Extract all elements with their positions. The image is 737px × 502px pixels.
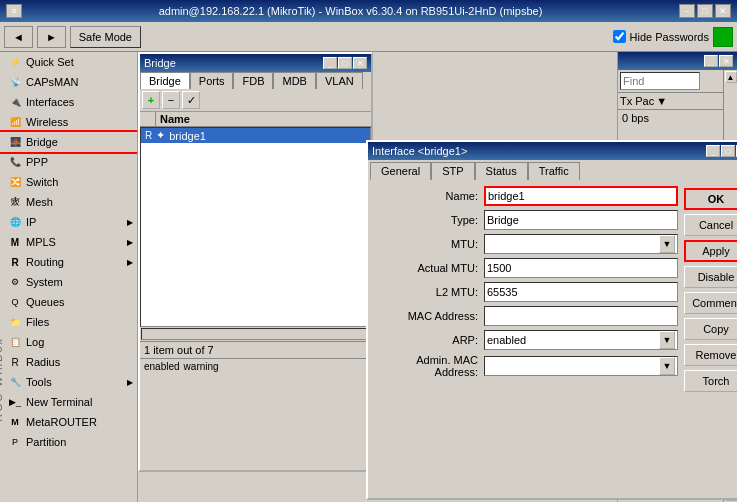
sidebar-item-routing[interactable]: R Routing ▶ [0, 252, 137, 272]
sidebar-item-mesh[interactable]: 🕸 Mesh [0, 192, 137, 212]
bridge-tab-vlan[interactable]: VLAN [316, 72, 363, 89]
connection-status-icon [713, 27, 733, 47]
sidebar-item-system[interactable]: ⚙ System [0, 272, 137, 292]
safe-mode-button[interactable]: Safe Mode [70, 26, 141, 48]
sidebar-item-new-terminal[interactable]: ▶_ New Terminal [0, 392, 137, 412]
bridge-maximize-button[interactable]: □ [338, 57, 352, 69]
admin-mac-dropdown-arrow[interactable]: ▼ [659, 357, 675, 375]
comment-button[interactable]: Comment [684, 292, 737, 314]
bridge-tab-bridge[interactable]: Bridge [140, 72, 190, 89]
bridge-tab-mdb[interactable]: MDB [273, 72, 315, 89]
dialog-tab-stp[interactable]: STP [431, 162, 474, 180]
apply-button[interactable]: Apply [684, 240, 737, 262]
sidebar-item-wireless[interactable]: 📶 Wireless [0, 112, 137, 132]
sidebar-item-interfaces[interactable]: 🔌 Interfaces [0, 92, 137, 112]
bridge-list-row[interactable]: R ✦ bridge1 [141, 128, 370, 143]
metarouter-icon: M [8, 415, 22, 429]
bridge-hscrollbar[interactable] [141, 328, 370, 340]
dialog-tab-traffic[interactable]: Traffic [528, 162, 580, 180]
bridge-icon: 🌉 [8, 135, 22, 149]
dialog-title: Interface <bridge1> _ □ ✕ [368, 142, 737, 160]
menu-icon[interactable]: ≡ [6, 4, 22, 18]
close-button[interactable]: ✕ [715, 4, 731, 18]
scroll-up-button[interactable]: ▲ [725, 71, 737, 83]
bridge-check-button[interactable]: ✓ [182, 91, 200, 109]
dialog-tabs: General STP Status Traffic [368, 160, 737, 180]
sidebar-item-quick-set[interactable]: ⚡ Quick Set [0, 52, 137, 72]
row-flag: R [145, 130, 152, 141]
mtu-dropdown[interactable]: ▼ [484, 234, 678, 254]
sidebar-item-tools[interactable]: 🔧 Tools ▶ [0, 372, 137, 392]
bridge-name-column: Name [156, 112, 194, 126]
mesh-icon: 🕸 [8, 195, 22, 209]
back-button[interactable]: ◄ [4, 26, 33, 48]
dialog-maximize-button[interactable]: □ [721, 145, 735, 157]
dialog-minimize-button[interactable]: _ [706, 145, 720, 157]
sidebar-item-ip[interactable]: 🌐 IP ▶ [0, 212, 137, 232]
bridge-close-button[interactable]: ✕ [353, 57, 367, 69]
dialog-buttons: OK Cancel Apply Disable Comment Copy Rem… [684, 186, 737, 392]
sidebar-item-queues[interactable]: Q Queues [0, 292, 137, 312]
name-label: Name: [374, 190, 484, 202]
sidebar-item-log[interactable]: 📋 Log [0, 332, 137, 352]
type-row: Type: [374, 210, 678, 230]
sidebar-item-ppp[interactable]: 📞 PPP [0, 152, 137, 172]
dialog-tab-general[interactable]: General [370, 162, 431, 180]
dialog-tab-status[interactable]: Status [475, 162, 528, 180]
remove-button[interactable]: Remove [684, 344, 737, 366]
hide-passwords-checkbox[interactable] [613, 30, 626, 43]
arp-dropdown[interactable]: enabled ▼ [484, 330, 678, 350]
switch-icon: 🔀 [8, 175, 22, 189]
find-input[interactable] [620, 72, 700, 90]
torch-button[interactable]: Torch [684, 370, 737, 392]
cancel-button[interactable]: Cancel [684, 214, 737, 236]
sidebar-item-mpls[interactable]: M MPLS ▶ [0, 232, 137, 252]
bridge-tab-ports[interactable]: Ports [190, 72, 234, 89]
sidebar-item-partition[interactable]: P Partition [0, 432, 137, 452]
bridge-remove-button[interactable]: − [162, 91, 180, 109]
partition-icon: P [8, 435, 22, 449]
bridge-list-header: Name [140, 112, 371, 127]
l2mtu-input[interactable] [484, 282, 678, 302]
bridge-minimize-button[interactable]: _ [323, 57, 337, 69]
mpls-expand-arrow: ▶ [127, 238, 133, 247]
name-input[interactable] [484, 186, 678, 206]
minimize-button[interactable]: − [679, 4, 695, 18]
disable-button[interactable]: Disable [684, 266, 737, 288]
capsman-icon: 📡 [8, 75, 22, 89]
admin-mac-dropdown[interactable]: ▼ [484, 356, 678, 376]
copy-button[interactable]: Copy [684, 318, 737, 340]
content-area: Bridge _ □ ✕ Bridge Ports FDB MDB VLAN +… [138, 52, 737, 502]
sidebar-item-capsman[interactable]: 📡 CAPsMAN [0, 72, 137, 92]
bridge-add-button[interactable]: + [142, 91, 160, 109]
queues-icon: Q [8, 295, 22, 309]
sidebar-item-metarouter[interactable]: M MetaROUTER [0, 412, 137, 432]
tx-header: Tx Pac ▼ [618, 93, 737, 110]
hide-passwords-label: Hide Passwords [630, 31, 709, 43]
mtu-dropdown-arrow[interactable]: ▼ [659, 235, 675, 253]
type-input[interactable] [484, 210, 678, 230]
actual-mtu-input[interactable] [484, 258, 678, 278]
sidebar-item-switch[interactable]: 🔀 Switch [0, 172, 137, 192]
maximize-button[interactable]: □ [697, 4, 713, 18]
routing-expand-arrow: ▶ [127, 258, 133, 267]
interface-dialog: Interface <bridge1> _ □ ✕ General STP St… [366, 140, 737, 500]
mac-input[interactable] [484, 306, 678, 326]
mtu-row: MTU: ▼ [374, 234, 678, 254]
arp-dropdown-arrow[interactable]: ▼ [659, 331, 675, 349]
right-panel-minimize[interactable]: _ [704, 55, 718, 67]
bridge-tab-fdb[interactable]: FDB [233, 72, 273, 89]
arp-label: ARP: [374, 334, 484, 346]
l2mtu-row: L2 MTU: [374, 282, 678, 302]
bridge-status: 1 item out of 7 [140, 341, 371, 358]
sidebar-item-bridge[interactable]: 🌉 Bridge [0, 132, 137, 152]
wireless-icon: 📶 [8, 115, 22, 129]
main-toolbar: ◄ ► Safe Mode Hide Passwords [0, 22, 737, 52]
right-panel-close[interactable]: ✕ [719, 55, 733, 67]
sidebar-item-files[interactable]: 📁 Files [0, 312, 137, 332]
sidebar-item-radius[interactable]: R Radius [0, 352, 137, 372]
tx-dropdown-arrow[interactable]: ▼ [656, 95, 667, 107]
ok-button[interactable]: OK [684, 188, 737, 210]
routing-icon: R [8, 255, 22, 269]
forward-button[interactable]: ► [37, 26, 66, 48]
